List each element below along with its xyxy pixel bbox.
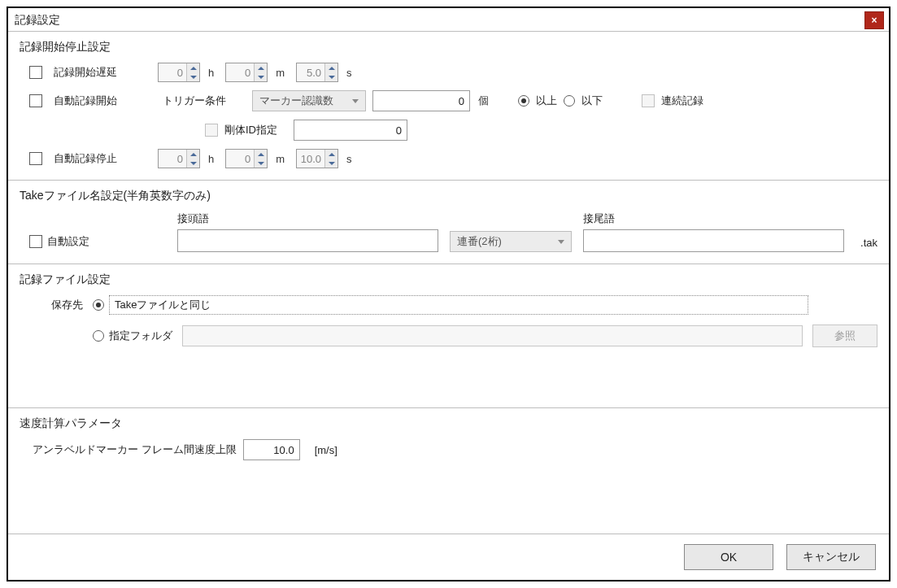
close-icon: × <box>871 15 877 26</box>
input-trigger-count[interactable]: 0 <box>372 90 470 111</box>
dropdown-trigger[interactable]: マーカー認識数 <box>252 90 366 111</box>
checkbox-auto-start[interactable] <box>29 94 42 107</box>
input-stop-hours[interactable]: 0 <box>158 149 200 168</box>
label-auto-filename: 自動設定 <box>47 234 89 249</box>
input-delay-minutes[interactable]: 0 <box>225 63 268 82</box>
ok-button[interactable]: OK <box>684 544 773 570</box>
section2-heading: Takeファイル名設定(半角英数字のみ) <box>20 189 877 203</box>
input-stop-seconds[interactable]: 10.0 <box>296 149 338 168</box>
radio-same-as-take[interactable] <box>93 299 104 311</box>
input-delay-hours[interactable]: 0 <box>158 63 200 82</box>
section3-heading: 記録ファイル設定 <box>20 272 877 287</box>
unit-s: s <box>346 67 352 79</box>
spin-down-icon[interactable] <box>187 159 199 168</box>
dialog-title: 記録設定 <box>15 13 60 28</box>
label-prefix: 接頭語 <box>177 211 438 226</box>
dropdown-numbering[interactable]: 連番(2桁) <box>450 231 572 252</box>
spin-down-icon[interactable] <box>187 72 199 81</box>
label-lte: 以下 <box>581 94 603 108</box>
browse-button[interactable]: 参照 <box>812 324 877 347</box>
label-start-delay: 記録開始遅延 <box>54 65 151 80</box>
spinner-delay-hours[interactable] <box>186 63 199 81</box>
spin-up-icon[interactable] <box>325 150 337 159</box>
label-save-to: 保存先 <box>20 298 93 312</box>
input-prefix[interactable] <box>177 229 438 252</box>
label-extension: .tak <box>860 237 877 252</box>
section-record-start-stop: 記録開始停止設定 記録開始遅延 0 h 0 m <box>8 31 889 180</box>
close-button[interactable]: × <box>864 11 884 29</box>
spin-down-icon[interactable] <box>325 159 337 168</box>
spin-up-icon[interactable] <box>187 63 199 72</box>
unit-count: 個 <box>478 94 489 108</box>
label-auto-stop: 自動記録停止 <box>54 151 151 166</box>
label-speed-limit: アンラベルドマーカー フレーム間速度上限 <box>33 442 237 457</box>
section1-heading: 記録開始停止設定 <box>20 40 877 54</box>
row-take-filename: 自動設定 接頭語 連番(2桁) 接尾語 .tak <box>20 211 877 252</box>
spin-up-icon[interactable] <box>255 150 267 159</box>
chevron-down-icon <box>558 240 564 244</box>
radio-specify-folder[interactable] <box>93 330 104 342</box>
label-trigger: トリガー条件 <box>163 94 226 108</box>
label-suffix: 接尾語 <box>583 211 844 226</box>
input-folder-path[interactable] <box>182 325 803 346</box>
radio-gte[interactable] <box>518 95 529 107</box>
unit-speed: [m/s] <box>315 444 337 456</box>
spin-up-icon[interactable] <box>255 63 267 72</box>
row-rigid-id: 剛体ID指定 0 <box>195 120 877 141</box>
spin-down-icon[interactable] <box>255 159 267 168</box>
dialog-window: 記録設定 × 記録開始停止設定 記録開始遅延 0 h 0 <box>7 7 890 581</box>
input-rigid-id[interactable]: 0 <box>294 120 407 141</box>
unit-h: h <box>208 67 214 79</box>
row-start-delay: 記録開始遅延 0 h 0 m 5.0 <box>20 63 877 82</box>
input-speed-limit[interactable]: 10.0 <box>243 439 300 460</box>
input-stop-minutes[interactable]: 0 <box>225 149 268 168</box>
label-rigid-id: 剛体ID指定 <box>224 123 277 137</box>
label-continuous: 連続記録 <box>661 94 703 108</box>
spin-up-icon[interactable] <box>325 63 337 72</box>
label-specify-folder: 指定フォルダ <box>109 329 172 343</box>
chevron-down-icon <box>352 99 359 103</box>
spin-down-icon[interactable] <box>325 72 337 81</box>
dialog-footer: OK キャンセル <box>8 534 889 580</box>
section4-heading: 速度計算パラメータ <box>20 416 877 431</box>
spinner-delay-minutes[interactable] <box>254 63 267 81</box>
label-gte: 以上 <box>536 94 557 108</box>
spin-down-icon[interactable] <box>255 72 267 81</box>
checkbox-rigid-id[interactable] <box>205 124 218 137</box>
unit-m: m <box>276 67 285 79</box>
label-same-as-take: Takeファイルと同じ <box>109 295 808 315</box>
checkbox-auto-stop[interactable] <box>29 152 42 165</box>
input-delay-seconds[interactable]: 5.0 <box>296 63 338 82</box>
label-auto-start: 自動記録開始 <box>54 94 151 108</box>
section-record-file: 記録ファイル設定 保存先 Takeファイルと同じ 指定フォルダ 参照 <box>8 264 889 407</box>
section-speed-params: 速度計算パラメータ アンラベルドマーカー フレーム間速度上限 10.0 [m/s… <box>8 407 889 472</box>
row-auto-stop: 自動記録停止 0 h 0 m 10.0 <box>20 149 877 168</box>
radio-lte[interactable] <box>564 95 575 107</box>
titlebar: 記録設定 × <box>8 8 889 31</box>
checkbox-start-delay[interactable] <box>29 66 42 79</box>
dropdown-trigger-value: マーカー認識数 <box>259 94 333 108</box>
section-take-filename: Takeファイル名設定(半角英数字のみ) 自動設定 接頭語 連番(2桁) 接尾語 <box>8 180 889 264</box>
row-auto-start: 自動記録開始 トリガー条件 マーカー認識数 0 個 以上 以下 連続記録 <box>20 90 877 111</box>
checkbox-continuous[interactable] <box>642 94 655 107</box>
checkbox-auto-filename[interactable] <box>29 235 42 248</box>
spin-up-icon[interactable] <box>187 150 199 159</box>
cancel-button[interactable]: キャンセル <box>786 544 876 570</box>
dropdown-numbering-value: 連番(2桁) <box>457 234 502 249</box>
input-suffix[interactable] <box>583 229 844 252</box>
spinner-delay-seconds[interactable] <box>324 63 337 81</box>
